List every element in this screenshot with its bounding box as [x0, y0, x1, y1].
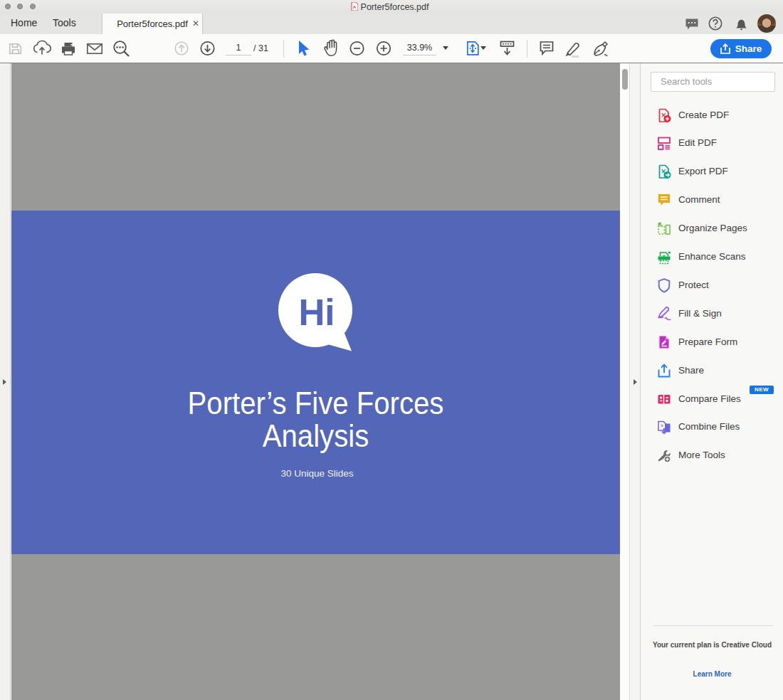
svg-text:Hi: Hi	[299, 292, 335, 333]
svg-text:A: A	[352, 5, 356, 9]
